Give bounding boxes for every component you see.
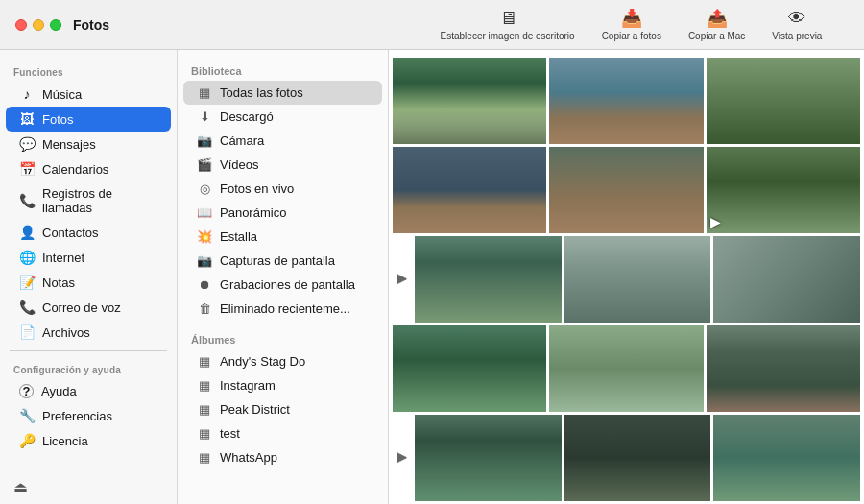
video-badge-icon: ▶ bbox=[710, 214, 721, 229]
mid-item-todas[interactable]: ▦ Todas las fotos bbox=[183, 81, 382, 105]
andys-label: Andy's Stag Do bbox=[220, 354, 305, 369]
mid-item-videos[interactable]: 🎬 Vídeos bbox=[183, 153, 382, 177]
photo-cell[interactable] bbox=[549, 58, 703, 144]
ayuda-label: Ayuda bbox=[41, 384, 77, 398]
set-desktop-button[interactable]: 🖥 Establecer imagen de escritorio bbox=[441, 9, 575, 41]
mid-item-instagram[interactable]: ▦ Instagram bbox=[183, 373, 382, 397]
photo-cell[interactable] bbox=[707, 325, 860, 412]
mid-item-andys[interactable]: ▦ Andy's Stag Do bbox=[183, 349, 382, 373]
photo-cell[interactable] bbox=[415, 415, 562, 501]
copy-mac-button[interactable]: 📤 Copiar a Mac bbox=[688, 8, 745, 41]
correo-label: Correo de voz bbox=[42, 300, 121, 315]
mid-item-camara[interactable]: 📷 Cámara bbox=[183, 129, 382, 153]
sidebar-item-preferencias[interactable]: 🔧 Preferencias bbox=[6, 403, 171, 428]
musica-label: Música bbox=[42, 87, 82, 102]
photo-cell[interactable] bbox=[713, 236, 860, 323]
test-label: test bbox=[220, 426, 240, 441]
biblioteca-title: Biblioteca bbox=[178, 60, 388, 81]
todas-label: Todas las fotos bbox=[220, 85, 303, 100]
minimize-button[interactable] bbox=[33, 19, 44, 31]
mid-item-grabaciones[interactable]: ⏺ Grabaciones de pantalla bbox=[183, 273, 382, 297]
fotos-vivo-icon: ◎ bbox=[197, 181, 212, 196]
photo-cell[interactable] bbox=[393, 58, 546, 144]
fotos-label: Fotos bbox=[42, 112, 74, 127]
mid-item-panoramico[interactable]: 📖 Panorámico bbox=[183, 201, 382, 225]
photo-cell[interactable] bbox=[549, 147, 703, 233]
photo-cell[interactable] bbox=[549, 325, 703, 412]
preview-button[interactable]: 👁 Vista previa bbox=[772, 9, 822, 41]
sidebar-item-ayuda[interactable]: ? Ayuda bbox=[6, 379, 171, 403]
eliminado-label: Eliminado recienteme... bbox=[220, 301, 350, 316]
voicemail-icon: 📞 bbox=[19, 300, 35, 315]
descargo-icon: ⬇ bbox=[197, 109, 212, 124]
copy-photos-label: Copiar a fotos bbox=[602, 31, 661, 41]
copy-mac-label: Copiar a Mac bbox=[688, 31, 745, 41]
sidebar-item-fotos[interactable]: 🖼 Fotos bbox=[6, 107, 171, 132]
sidebar-item-contactos[interactable]: 👤 Contactos bbox=[6, 220, 171, 245]
videos-icon: 🎬 bbox=[197, 157, 212, 172]
peak-district-icon: ▦ bbox=[197, 402, 212, 417]
test-icon: ▦ bbox=[197, 426, 212, 441]
photo-cell[interactable]: ▶ bbox=[707, 147, 860, 233]
notes-icon: 📝 bbox=[19, 275, 35, 290]
photo-cell[interactable] bbox=[393, 325, 546, 412]
eject-button[interactable]: ⏏ bbox=[13, 478, 28, 496]
traffic-lights[interactable] bbox=[15, 19, 61, 31]
sidebar-item-archivos[interactable]: 📄 Archivos bbox=[6, 320, 171, 345]
sidebar-item-licencia[interactable]: 🔑 Licencia bbox=[6, 428, 171, 453]
sidebar-item-notas[interactable]: 📝 Notas bbox=[6, 270, 171, 295]
sidebar-mid: Biblioteca ▦ Todas las fotos ⬇ Descargó … bbox=[178, 50, 389, 504]
sidebar-item-musica[interactable]: ♪ Música bbox=[6, 82, 171, 107]
mid-item-test[interactable]: ▦ test bbox=[183, 421, 382, 445]
sidebar-item-registros[interactable]: 📞 Registros de llamadas bbox=[6, 181, 171, 220]
notas-label: Notas bbox=[42, 276, 75, 290]
fotos-vivo-label: Fotos en vivo bbox=[220, 181, 294, 196]
licencia-label: Licencia bbox=[42, 434, 88, 448]
mid-item-capturas[interactable]: 📷 Capturas de pantalla bbox=[183, 249, 382, 273]
grabaciones-label: Grabaciones de pantalla bbox=[220, 277, 355, 292]
photo-cell[interactable] bbox=[393, 147, 546, 233]
estalla-label: Estalla bbox=[220, 229, 257, 244]
mid-item-eliminado[interactable]: 🗑 Eliminado recienteme... bbox=[183, 297, 382, 321]
photo-row bbox=[393, 325, 860, 412]
app-title: Fotos bbox=[73, 17, 109, 33]
archivos-label: Archivos bbox=[42, 325, 90, 340]
mid-item-descargo[interactable]: ⬇ Descargó bbox=[183, 105, 382, 129]
photo-cell[interactable] bbox=[564, 236, 711, 323]
photo-cell[interactable] bbox=[564, 415, 711, 501]
mid-item-fotos-vivo[interactable]: ◎ Fotos en vivo bbox=[183, 177, 382, 201]
photo-grid: ▶ ⯈ ⯈ bbox=[389, 50, 864, 504]
mid-item-peak-district[interactable]: ▦ Peak District bbox=[183, 397, 382, 421]
sidebar-item-internet[interactable]: 🌐 Internet bbox=[6, 245, 171, 270]
close-button[interactable] bbox=[15, 19, 27, 31]
sidebar-divider bbox=[10, 350, 167, 351]
calendarios-label: Calendarios bbox=[42, 162, 108, 177]
preview-label: Vista previa bbox=[772, 31, 822, 41]
maximize-button[interactable] bbox=[50, 19, 61, 31]
camara-label: Cámara bbox=[220, 133, 264, 148]
panoramico-icon: 📖 bbox=[197, 205, 212, 220]
sidebar-item-calendarios[interactable]: 📅 Calendarios bbox=[6, 156, 171, 181]
grabaciones-icon: ⏺ bbox=[197, 277, 212, 292]
estalla-icon: 💥 bbox=[197, 229, 212, 244]
copy-photos-button[interactable]: 📥 Copiar a fotos bbox=[602, 8, 661, 41]
preview-icon: 👁 bbox=[788, 9, 805, 29]
whatsapp-icon: ▦ bbox=[197, 450, 212, 465]
config-title: Configuración y ayuda bbox=[0, 357, 177, 379]
mid-item-whatsapp[interactable]: ▦ WhatsApp bbox=[183, 445, 382, 469]
photo-row: ▶ bbox=[393, 147, 860, 233]
mid-item-estalla[interactable]: 💥 Estalla bbox=[183, 225, 382, 249]
camara-icon: 📷 bbox=[197, 133, 212, 148]
mensajes-label: Mensajes bbox=[42, 137, 96, 152]
sidebar-item-correo[interactable]: 📞 Correo de voz bbox=[6, 295, 171, 320]
capturas-icon: 📷 bbox=[197, 253, 212, 268]
photo-cell[interactable] bbox=[707, 58, 860, 144]
copy-mac-icon: 📤 bbox=[707, 8, 728, 29]
set-desktop-icon: 🖥 bbox=[499, 9, 516, 29]
sidebar-item-mensajes[interactable]: 💬 Mensajes bbox=[6, 132, 171, 156]
registros-label: Registros de llamadas bbox=[42, 186, 157, 215]
preferencias-label: Preferencias bbox=[42, 409, 112, 423]
photo-cell[interactable] bbox=[713, 415, 860, 501]
photo-cell[interactable] bbox=[415, 236, 562, 323]
descargo-label: Descargó bbox=[220, 109, 274, 124]
